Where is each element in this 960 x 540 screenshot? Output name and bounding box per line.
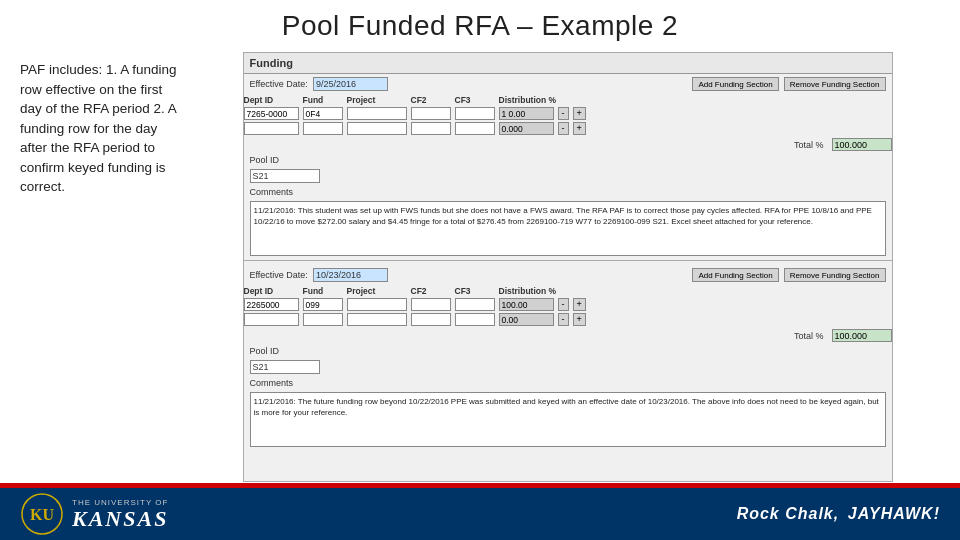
main-layout: PAF includes: 1. A funding row effective…	[0, 50, 960, 510]
screenshot-box: Funding Effective Date: 9/25/2016 Add Fu…	[243, 52, 893, 482]
plus-btn-2[interactable]: +	[573, 298, 586, 311]
col-fund-2: Fund	[303, 286, 343, 296]
svg-text:KU: KU	[30, 506, 54, 523]
cell-dept-2b[interactable]	[244, 313, 299, 326]
cell-dept-1b[interactable]	[244, 122, 299, 135]
col-dept-id: Dept ID	[244, 95, 299, 105]
ku-emblem: KU	[20, 492, 64, 536]
cell-cf3-2[interactable]	[455, 298, 495, 311]
col-cf3-2: CF3	[455, 286, 495, 296]
cell-dist-1b[interactable]: 0.000	[499, 122, 554, 135]
cell-dist-2b[interactable]: 0.00	[499, 313, 554, 326]
pool-id-row-1: Pool ID	[244, 153, 892, 167]
comments-label-row-1: Comments	[244, 185, 892, 199]
col-headers-1: Dept ID Fund Project CF2 CF3 Distributio…	[244, 94, 892, 106]
cell-dept-2[interactable]: 2265000	[244, 298, 299, 311]
ku-tagline-plain: Rock Chalk,	[737, 505, 840, 522]
right-panel: Funding Effective Date: 9/25/2016 Add Fu…	[195, 50, 950, 510]
data-row-1b: 0.000 - +	[244, 121, 892, 136]
pool-id-input-2[interactable]: S21	[250, 360, 320, 374]
add-funding-section-btn-2[interactable]: Add Funding Section	[692, 268, 778, 282]
ku-text-block: THE UNIVERSITY OF KANSAS	[72, 498, 168, 530]
eff-date-input-2[interactable]: 10/23/2016	[313, 268, 388, 282]
pool-id-input-1[interactable]: S21	[250, 169, 320, 183]
total-label-2: Total %	[794, 331, 824, 341]
comments-label-2: Comments	[250, 378, 294, 388]
cell-project-1b[interactable]	[347, 122, 407, 135]
ku-tagline: Rock Chalk, JAYHAWK!	[737, 505, 940, 523]
col-cf2: CF2	[411, 95, 451, 105]
funding-section-header: Funding	[244, 53, 892, 74]
col-project-2: Project	[347, 286, 407, 296]
cell-cf2-2b[interactable]	[411, 313, 451, 326]
page-title: Pool Funded RFA – Example 2	[0, 0, 960, 50]
cell-cf2-2[interactable]	[411, 298, 451, 311]
total-input-2: 100.000	[832, 329, 892, 342]
divider	[244, 260, 892, 261]
comments-area-2[interactable]: 11/21/2016: The future funding row beyon…	[250, 392, 886, 447]
pool-id-input-row-1: S21	[244, 167, 892, 185]
cell-project-1[interactable]	[347, 107, 407, 120]
eff-date-label-2: Effective Date:	[250, 270, 308, 280]
total-row-2: Total % 100.000	[244, 327, 892, 344]
left-panel: PAF includes: 1. A funding row effective…	[10, 50, 195, 510]
comments-label-1: Comments	[250, 187, 294, 197]
data-row-2: 2265000 099 100.00 - +	[244, 297, 892, 312]
pool-id-label-2: Pool ID	[250, 346, 280, 356]
plus-btn-2b[interactable]: +	[573, 313, 586, 326]
plus-btn-1[interactable]: +	[573, 107, 586, 120]
ku-bottom-bar: KU THE UNIVERSITY OF KANSAS Rock Chalk, …	[0, 488, 960, 540]
minus-btn-1b[interactable]: -	[558, 122, 569, 135]
col-cf3: CF3	[455, 95, 495, 105]
cell-fund-1b[interactable]	[303, 122, 343, 135]
eff-date-input-1[interactable]: 9/25/2016	[313, 77, 388, 91]
pool-id-label-1: Pool ID	[250, 155, 280, 165]
cell-cf3-1[interactable]	[455, 107, 495, 120]
total-input-1: 100.000	[832, 138, 892, 151]
data-row-1: 7265-0000 0F4 1 0.00 - +	[244, 106, 892, 121]
cell-dist1-1[interactable]: 1 0.00	[499, 107, 554, 120]
col-dept-id-2: Dept ID	[244, 286, 299, 296]
pool-id-input-row-2: S21	[244, 358, 892, 376]
add-funding-section-btn-1[interactable]: Add Funding Section	[692, 77, 778, 91]
cell-project-2[interactable]	[347, 298, 407, 311]
ku-kansas-text: KANSAS	[72, 508, 168, 530]
data-row-2b: 0.00 - +	[244, 312, 892, 327]
total-label-1: Total %	[794, 140, 824, 150]
ku-logo: KU THE UNIVERSITY OF KANSAS	[20, 492, 168, 536]
comments-label-row-2: Comments	[244, 376, 892, 390]
col-dist: Distribution %	[499, 95, 579, 105]
total-row-1: Total % 100.000	[244, 136, 892, 153]
plus-btn-1b[interactable]: +	[573, 122, 586, 135]
remove-funding-section-btn-1[interactable]: Remove Funding Section	[784, 77, 886, 91]
cell-project-2b[interactable]	[347, 313, 407, 326]
cell-cf3-2b[interactable]	[455, 313, 495, 326]
cell-cf2-1[interactable]	[411, 107, 451, 120]
col-dist-2: Distribution %	[499, 286, 579, 296]
cell-cf2-1b[interactable]	[411, 122, 451, 135]
remove-funding-section-btn-2[interactable]: Remove Funding Section	[784, 268, 886, 282]
eff-date-label-1: Effective Date:	[250, 79, 308, 89]
ku-tagline-bold: JAYHAWK!	[848, 505, 940, 522]
effective-date-row-2: Effective Date: 10/23/2016 Add Funding S…	[244, 265, 892, 285]
col-headers-2: Dept ID Fund Project CF2 CF3 Distributio…	[244, 285, 892, 297]
cell-dept-1[interactable]: 7265-0000	[244, 107, 299, 120]
cell-cf3-1b[interactable]	[455, 122, 495, 135]
minus-btn-2[interactable]: -	[558, 298, 569, 311]
comments-area-1[interactable]: 11/21/2016: This student was set up with…	[250, 201, 886, 256]
cell-fund-2[interactable]: 099	[303, 298, 343, 311]
pool-id-row-2: Pool ID	[244, 344, 892, 358]
cell-fund-2b[interactable]	[303, 313, 343, 326]
minus-btn-1[interactable]: -	[558, 107, 569, 120]
cell-dist-2a[interactable]: 100.00	[499, 298, 554, 311]
minus-btn-2b[interactable]: -	[558, 313, 569, 326]
cell-fund-1[interactable]: 0F4	[303, 107, 343, 120]
col-cf2-2: CF2	[411, 286, 451, 296]
col-project: Project	[347, 95, 407, 105]
effective-date-row-1: Effective Date: 9/25/2016 Add Funding Se…	[244, 74, 892, 94]
left-panel-text: PAF includes: 1. A funding row effective…	[20, 60, 185, 197]
col-fund: Fund	[303, 95, 343, 105]
